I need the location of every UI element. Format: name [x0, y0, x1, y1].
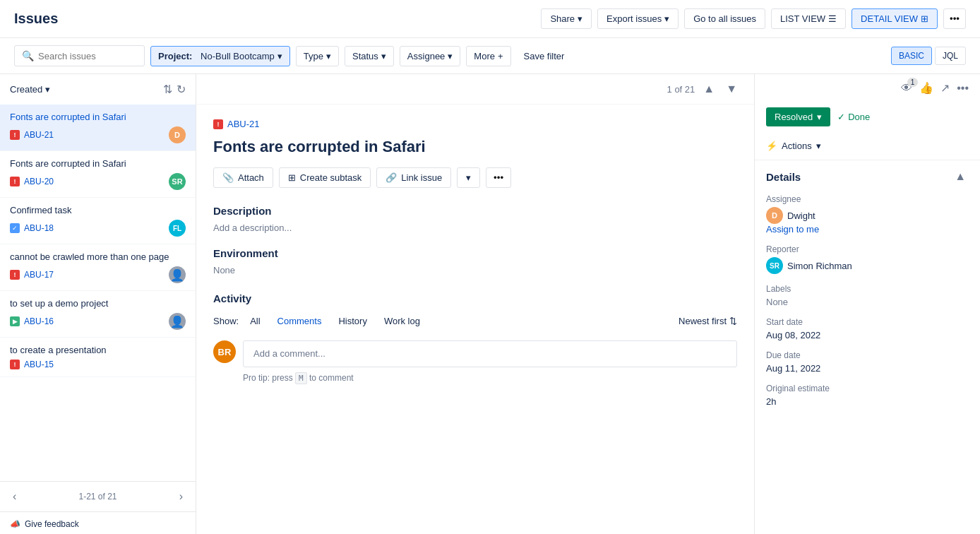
- watch-button[interactable]: 👁 1: [901, 82, 912, 95]
- detail-panel: 1 of 21 ▲ ▼ ! ABU-21 Fonts are corrupted…: [196, 74, 754, 534]
- bug-icon: !: [10, 177, 20, 186]
- issue-meta: ! ABU-17 👤: [10, 266, 186, 283]
- attach-button[interactable]: 📎 Attach: [213, 167, 273, 188]
- like-button[interactable]: 👍: [919, 81, 933, 95]
- prev-issue-button[interactable]: ▲: [700, 81, 717, 97]
- environment-value: None: [213, 265, 737, 275]
- sort-order-button[interactable]: ⇅: [163, 83, 172, 96]
- task-icon: ✓: [10, 223, 20, 233]
- chevron-down-icon: ▾: [578, 13, 582, 24]
- next-issue-button[interactable]: ▼: [723, 81, 740, 97]
- issue-meta: ! ABU-21 D: [10, 126, 186, 143]
- issue-id-row: ▶ ABU-16: [10, 316, 54, 326]
- pro-tip: Pro tip: press M to comment: [243, 373, 737, 383]
- search-input[interactable]: [38, 51, 137, 61]
- chevron-down-icon: ▾: [817, 112, 822, 122]
- reporter-field: Reporter SR Simon Richman: [766, 244, 969, 274]
- jql-view-button[interactable]: JQL: [935, 47, 966, 65]
- subtask-icon: ⊞: [288, 172, 296, 183]
- detail-view-button[interactable]: DETAIL VIEW ⊞: [851, 8, 938, 29]
- list-item[interactable]: Fonts are corrupted in Safari ! ABU-21 D: [0, 105, 196, 151]
- avatar: 👤: [169, 266, 186, 283]
- status-filter-button[interactable]: Status ▾: [345, 46, 394, 66]
- more-dots-icon: •••: [950, 13, 960, 24]
- create-subtask-button[interactable]: ⊞ Create subtask: [279, 167, 371, 188]
- labels-field: Labels None: [766, 284, 969, 307]
- issue-id: ABU-20: [24, 177, 54, 186]
- list-item[interactable]: Confirmed task ✓ ABU-18 FL: [0, 198, 196, 244]
- nav-count: 1 of 21: [667, 84, 695, 95]
- refresh-button[interactable]: ↻: [177, 83, 186, 96]
- more-button[interactable]: •••: [957, 82, 969, 95]
- sidebar: Created ▾ ⇅ ↻ Fonts are corrupted in Saf…: [0, 74, 196, 534]
- show-row: Show: All Comments History Work log Newe…: [213, 313, 737, 329]
- chevron-down-icon: ▾: [277, 51, 282, 61]
- actions-section: ⚡ Actions ▾: [755, 135, 980, 160]
- link-icon: 🔗: [386, 172, 397, 183]
- plus-icon: +: [498, 51, 503, 61]
- reporter-value: SR Simon Richman: [766, 257, 969, 274]
- lightning-icon: ⚡: [766, 141, 777, 151]
- assignee-filter-button[interactable]: Assignee ▾: [400, 46, 460, 66]
- issue-id-row: ! ABU-17: [10, 270, 54, 280]
- more-dots-icon: •••: [494, 172, 503, 183]
- status-section: Resolved ▾ ✓ Done: [755, 102, 980, 135]
- more-actions-button[interactable]: •••: [486, 167, 511, 188]
- list-view-button[interactable]: LIST VIEW ☰: [771, 8, 846, 29]
- action-dropdown-button[interactable]: ▾: [457, 167, 480, 188]
- header-more-button[interactable]: •••: [943, 8, 966, 29]
- chevron-down-icon: ▾: [816, 141, 821, 151]
- next-page-button[interactable]: ›: [177, 489, 186, 504]
- original-estimate-value: 2h: [766, 396, 969, 407]
- prev-page-button[interactable]: ‹: [10, 489, 19, 504]
- sidebar-pagination: ‹ 1-21 of 21 ›: [0, 481, 196, 511]
- show-all-button[interactable]: All: [244, 313, 265, 329]
- list-item[interactable]: to set up a demo project ▶ ABU-16 👤: [0, 291, 196, 338]
- chevron-down-icon: ▾: [45, 84, 50, 95]
- paperclip-icon: 📎: [222, 172, 234, 183]
- sort-activity-button[interactable]: Newest first ⇅: [679, 316, 737, 326]
- link-issue-button[interactable]: 🔗 Link issue: [376, 167, 451, 188]
- save-filter-button[interactable]: Save filter: [517, 47, 572, 66]
- due-date-label: Due date: [766, 350, 969, 360]
- checkmark-icon: ✓: [837, 112, 845, 122]
- show-history-button[interactable]: History: [333, 313, 372, 329]
- more-filter-button[interactable]: More +: [466, 46, 510, 66]
- resolved-button[interactable]: Resolved ▾: [766, 107, 830, 126]
- labels-value: None: [766, 297, 969, 307]
- show-comments-button[interactable]: Comments: [272, 313, 328, 329]
- collapse-details-button[interactable]: ▲: [952, 169, 969, 184]
- issue-title: Fonts are corrupted in Safari: [10, 112, 186, 122]
- actions-button[interactable]: ⚡ Actions ▾: [766, 141, 821, 151]
- list-item[interactable]: Fonts are corrupted in Safari ! ABU-20 S…: [0, 151, 196, 198]
- issue-meta: ! ABU-20 SR: [10, 173, 186, 190]
- search-box[interactable]: 🔍: [14, 45, 145, 66]
- share-button[interactable]: Share ▾: [541, 8, 592, 29]
- basic-view-button[interactable]: BASIC: [891, 47, 932, 65]
- assign-to-me-link[interactable]: Assign to me: [766, 224, 969, 235]
- issue-title: Confirmed task: [10, 205, 186, 215]
- type-filter-button[interactable]: Type ▾: [296, 46, 339, 66]
- issue-id: ABU-21: [24, 130, 54, 140]
- export-issues-button[interactable]: Export issues ▾: [597, 8, 679, 29]
- description-section: Description Add a description...: [213, 205, 737, 233]
- description-placeholder[interactable]: Add a description...: [213, 222, 737, 233]
- show-worklog-button[interactable]: Work log: [378, 313, 426, 329]
- comment-input-row: BR Add a comment...: [213, 340, 737, 367]
- megaphone-icon: 📣: [10, 519, 20, 529]
- goto-all-issues-button[interactable]: Go to all issues: [684, 8, 765, 29]
- environment-title: Environment: [213, 247, 737, 259]
- list-item[interactable]: cannot be crawled more than one page ! A…: [0, 244, 196, 291]
- assignee-avatar: D: [766, 207, 783, 224]
- sort-selector[interactable]: Created ▾: [10, 84, 50, 95]
- reporter-label: Reporter: [766, 244, 969, 254]
- list-item[interactable]: to create a presentation ! ABU-15: [0, 338, 196, 377]
- feedback-button[interactable]: 📣 Give feedback: [0, 511, 196, 534]
- issue-title: to create a presentation: [10, 345, 186, 355]
- share-button[interactable]: ↗: [940, 81, 950, 95]
- issue-id: ABU-17: [24, 270, 54, 280]
- description-title: Description: [213, 205, 737, 217]
- project-filter-button[interactable]: Project: No-Bull Bootcamp ▾: [150, 46, 290, 66]
- issue-id: ABU-18: [24, 223, 54, 233]
- comment-input[interactable]: Add a comment...: [243, 340, 737, 367]
